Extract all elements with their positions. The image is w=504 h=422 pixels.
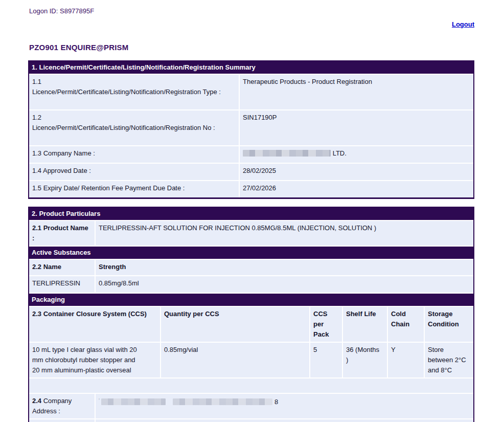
licence-no-value: SIN17190P <box>240 110 473 145</box>
shelf-life-value: 36 (Months ) <box>343 343 387 377</box>
address-suffix: 8 <box>274 398 278 406</box>
licence-type-value: Therapeutic Products - Product Registrat… <box>240 75 473 109</box>
active-substance-row: TERLIPRESSIN 0.85mg/8.5ml <box>29 276 473 293</box>
logout-link[interactable]: Logout <box>452 20 474 28</box>
product-particulars-table: 2. Product Particulars 2.1 Product Name … <box>28 207 474 422</box>
product-name-value: TERLIPRESSIN-AFT SOLUTION FOR INJECTION … <box>96 221 473 246</box>
expiry-date-value: 27/02/2026 <box>240 181 473 197</box>
approved-date-label: 1.4 Approved Date : <box>29 164 239 180</box>
redacted-address-part-2 <box>173 398 272 405</box>
active-substances-header: Active Substances <box>29 247 473 259</box>
company-name-label: 1.3 Company Name : <box>29 146 239 163</box>
company-address-value: '8 <box>96 394 473 418</box>
column-header-storage: Storage Condition <box>425 307 473 342</box>
licence-summary-table: 1. Licence/Permit/Certificate/Listing/No… <box>28 60 474 199</box>
table-row: 1.5 Expiry Date/ Retention Fee Payment D… <box>29 181 473 197</box>
table-header-row: 2.2 Name Strength <box>29 260 473 275</box>
enquire-prism-page: Logon ID: S8977895F Logout PZO901 ENQUIR… <box>0 0 504 422</box>
company-address-label: 2.4 Company Address : <box>29 394 95 418</box>
column-header-ccs: 2.3 Container Closure System (CCS) <box>29 307 160 342</box>
table-row: 1.3 Company Name : LTD. <box>29 146 473 163</box>
table-row: 1.2 Licence/Permit/Certificate/Listing/N… <box>29 110 473 145</box>
table-row: 2.5 Forensic classification : Prescripti… <box>29 419 473 422</box>
company-name-suffix: LTD. <box>333 149 347 157</box>
company-name-value: LTD. <box>240 146 473 163</box>
packaging-header-row: 2.3 Container Closure System (CCS) Quant… <box>29 307 473 342</box>
ccs-value: 10 mL type I clear glass vial with 20 mm… <box>29 343 160 377</box>
quantity-per-ccs-value: 0.85mg/vial <box>161 343 309 377</box>
column-header-strength: Strength <box>96 260 473 275</box>
column-header-ccs-per-pack: CCS per Pack <box>310 307 342 342</box>
company-address-number: 2.4 <box>32 397 41 405</box>
ccs-per-pack-value: 5 <box>310 343 342 377</box>
section-1-header: 1. Licence/Permit/Certificate/Listing/No… <box>29 61 473 74</box>
packaging-header: Packaging <box>29 294 473 306</box>
table-row: 1.1 Licence/Permit/Certificate/Listing/N… <box>29 75 473 109</box>
column-header-name: 2.2 Name <box>29 260 95 275</box>
table-row: 1.4 Approved Date : 28/02/2025 <box>29 164 473 180</box>
redacted-address-part-1 <box>101 398 166 405</box>
column-header-cold-chain: Cold Chain <box>388 307 424 342</box>
licence-type-label: 1.1 Licence/Permit/Certificate/Listing/N… <box>29 75 239 109</box>
section-2-header: 2. Product Particulars <box>29 208 473 220</box>
address-prefix-mark: ' <box>99 398 100 404</box>
table-row: 2.4 Company Address : '8 <box>29 394 473 418</box>
packaging-data-row: 10 mL type I clear glass vial with 20 mm… <box>29 343 473 377</box>
approved-date-value: 28/02/2025 <box>240 164 473 180</box>
redacted-company-name <box>243 150 331 157</box>
substance-strength: 0.85mg/8.5ml <box>96 276 473 293</box>
forensic-classification-label: 2.5 Forensic classification : <box>29 419 95 422</box>
expiry-date-label: 1.5 Expiry Date/ Retention Fee Payment D… <box>29 181 239 197</box>
empty-spacer-row <box>29 379 473 393</box>
column-header-shelf-life: Shelf Life <box>343 307 387 342</box>
logon-id-text: Logon ID: S8977895F <box>28 6 474 16</box>
storage-condition-value: Store between 2°C and 8°C <box>425 343 473 377</box>
product-name-label: 2.1 Product Name : <box>29 221 95 246</box>
substance-name: TERLIPRESSIN <box>29 276 95 293</box>
licence-no-label: 1.2 Licence/Permit/Certificate/Listing/N… <box>29 110 239 145</box>
logout-row: Logout <box>28 19 474 30</box>
table-row: 2.1 Product Name : TERLIPRESSIN-AFT SOLU… <box>29 221 473 246</box>
column-header-quantity: Quantity per CCS <box>161 307 309 342</box>
cold-chain-value: Y <box>388 343 424 377</box>
page-title: PZO901 ENQUIRE@PRISM <box>29 42 474 53</box>
forensic-classification-value: Prescription Only <box>96 419 473 422</box>
